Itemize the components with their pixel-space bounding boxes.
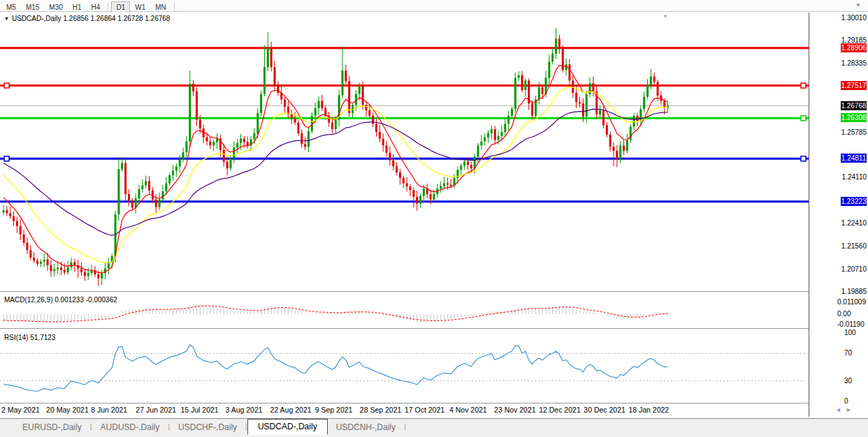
date-tick-label: 8 Jun 2021: [91, 406, 127, 414]
rsi-scale-label: 100: [844, 329, 856, 336]
chart-window[interactable]: ▼USDCAD-,Daily1.26856 1.26864 1.26728 1.…: [0, 13, 809, 417]
toolbar-overflow-icon[interactable]: ▼: [855, 2, 861, 8]
rsi-indicator-label: RSI(14) 51.7123: [4, 334, 55, 341]
date-tick-label: 2 May 2021: [1, 406, 40, 414]
price-tick-label: 1.22410: [811, 219, 867, 227]
level-price-badge[interactable]: 1.28906: [841, 43, 867, 52]
date-tick-label: 22 Aug 2021: [270, 406, 312, 414]
timeframe-button-m30[interactable]: M30: [44, 1, 67, 13]
date-tick-label: 15 Jul 2021: [180, 406, 218, 414]
price-tick-label: 1.19885: [811, 288, 867, 295]
timeframe-button-w1[interactable]: W1: [130, 1, 150, 13]
date-tick-label: 18 Jan 2022: [628, 406, 669, 414]
macd-scale-label: 0.011009: [837, 298, 866, 306]
price-tick-label: 1.24110: [811, 173, 867, 181]
date-tick-label: 3 Aug 2021: [226, 406, 263, 414]
rsi-line: [3, 345, 668, 392]
timeframe-button-h4[interactable]: H4: [87, 1, 106, 13]
level-price-badge[interactable]: 1.24811: [841, 154, 867, 163]
timeframe-button-m15[interactable]: M15: [21, 1, 44, 13]
tab-audusd-daily[interactable]: AUDUSD-,Daily: [92, 420, 168, 434]
scroll-left-button[interactable]: ◄: [835, 406, 846, 413]
symbol-dropdown-icon[interactable]: ▼: [4, 16, 9, 21]
current-price-badge: 1.26768: [841, 101, 867, 110]
date-tick-label: 28 Sep 2021: [360, 406, 402, 414]
timeframe-button-mn[interactable]: MN: [150, 1, 171, 13]
scroll-right-button[interactable]: ►: [846, 406, 856, 413]
terminal-window: M5M15M30H1H4D1W1MN ▼ ▼USDCAD-,Daily1.268…: [0, 0, 868, 437]
price-tick-label: 1.30010: [811, 14, 867, 22]
level-price-badge[interactable]: 1.27517: [841, 81, 867, 90]
tab-eurusd-daily[interactable]: EURUSD-,Daily: [14, 420, 90, 434]
toolbar-separator: [108, 3, 108, 11]
tab-usdcnh-daily[interactable]: USDCNH-,Daily: [328, 420, 404, 434]
date-scroll-arrows: ◄►: [835, 406, 856, 413]
tab-usdcad-daily[interactable]: USDCAD-,Daily: [247, 419, 328, 435]
date-tick-label: 30 Dec 2021: [584, 406, 625, 414]
chart-title-ohlc: 1.26856 1.26864 1.26728 1.26768: [64, 15, 171, 22]
macd-scale-label: 0.00: [837, 310, 851, 318]
date-tick-label: 17 Oct 2021: [405, 406, 444, 414]
timeframe-button-h1[interactable]: H1: [68, 1, 87, 13]
tab-separator: |: [404, 422, 406, 431]
rsi-scale-label: 30: [844, 377, 852, 385]
timeframe-toolbar: M5M15M30H1H4D1W1MN: [0, 0, 868, 12]
date-axis[interactable]: 2 May 202120 May 20218 Jun 202127 Jun 20…: [0, 403, 809, 417]
main-chart-canvas[interactable]: [0, 13, 809, 417]
chart-shift-icon[interactable]: ▼: [663, 13, 668, 20]
price-tick-label: 1.28335: [811, 59, 867, 67]
date-tick-label: 20 May 2021: [46, 406, 89, 414]
chart-tabs-bar: EURUSD-,Daily|AUDUSD-,Daily|USDCHF-,Dail…: [0, 418, 868, 437]
chart-title-symbol: USDCAD-,Daily: [12, 15, 62, 22]
rsi-scale-label: 70: [844, 349, 852, 357]
level-price-badge[interactable]: 1.23223: [841, 197, 867, 206]
price-tick-label: 1.20710: [811, 265, 867, 273]
price-tick-label: 1.25785: [811, 128, 867, 136]
timeframe-button-m5[interactable]: M5: [1, 1, 21, 13]
date-tick-label: 23 Nov 2021: [494, 406, 536, 414]
macd-scale-label: -0.01190: [837, 320, 865, 328]
rsi-scale-label: 0: [844, 397, 848, 405]
date-tick-label: 12 Dec 2021: [539, 406, 581, 414]
date-tick-label: 9 Sep 2021: [315, 406, 353, 414]
tab-usdchf-daily[interactable]: USDCHF-,Daily: [170, 420, 245, 434]
ma-fast-line: [3, 65, 668, 272]
date-tick-label: 4 Nov 2021: [449, 406, 487, 414]
macd-indicator-label: MACD(12,26,9) 0.001233 -0.000362: [4, 296, 117, 304]
price-scale[interactable]: 1.300101.291851.283351.257851.241101.224…: [809, 13, 868, 417]
level-price-badge[interactable]: 1.26308: [841, 113, 867, 122]
toolbar-separator: [174, 3, 175, 11]
date-tick-label: 27 Jun 2021: [136, 406, 176, 414]
chart-title: ▼USDCAD-,Daily1.26856 1.26864 1.26728 1.…: [4, 15, 172, 22]
candles-group: [3, 28, 670, 286]
price-tick-label: 1.21560: [811, 242, 867, 250]
